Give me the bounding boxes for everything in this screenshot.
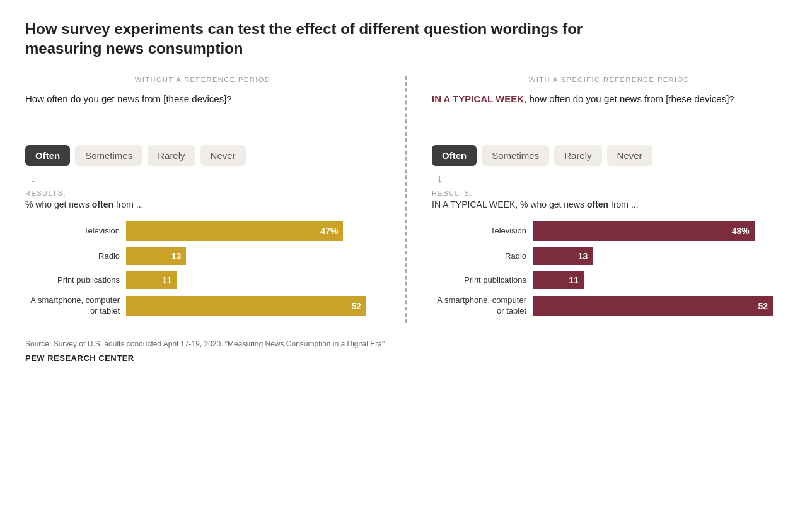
right-bar-label-print: Print publications [432, 275, 533, 286]
right-panel-question: IN A TYPICAL WEEK, how often do you get … [432, 92, 787, 130]
right-panel: WITH A SPECIFIC REFERENCE PERIOD IN A TY… [407, 76, 787, 323]
left-options-row: Often Sometimes Rarely Never [25, 145, 380, 166]
right-bar-row-print: Print publications 11 [432, 271, 787, 289]
right-bar-row-television: Television 48% [432, 221, 787, 241]
left-bar-label-radio: Radio [25, 251, 126, 262]
left-bar-wrap-radio: 13 [126, 247, 380, 265]
right-bar-label-smartphone: A smartphone, computeror tablet [432, 295, 533, 317]
right-bar-wrap-radio: 13 [533, 247, 787, 265]
left-panel: WITHOUT A REFERENCE PERIOD How often do … [25, 76, 405, 323]
right-bar-label-television: Television [432, 226, 533, 237]
right-results-label: RESULTS: [432, 189, 787, 197]
left-bar-label-print: Print publications [25, 275, 126, 286]
right-bar-wrap-television: 48% [533, 221, 787, 241]
left-bar-smartphone: 52 [126, 296, 366, 316]
left-bar-print: 11 [126, 271, 177, 289]
right-bar-chart: Television 48% Radio 13 Print publicatio… [432, 221, 787, 317]
left-results-label: RESULTS: [25, 189, 380, 197]
right-panel-label: WITH A SPECIFIC REFERENCE PERIOD [432, 76, 787, 83]
left-bar-chart: Television 47% Radio 13 Print publicatio… [25, 221, 380, 317]
right-bar-wrap-smartphone: 52 [533, 296, 787, 316]
left-bar-row-television: Television 47% [25, 221, 380, 241]
left-bar-wrap-television: 47% [126, 221, 380, 241]
left-bar-wrap-smartphone: 52 [126, 296, 380, 316]
right-panel-question-highlight: IN A TYPICAL WEEK [432, 93, 524, 104]
right-bar-television: 48% [533, 221, 755, 241]
left-bar-label-television: Television [25, 226, 126, 237]
left-bar-row-radio: Radio 13 [25, 247, 380, 265]
right-bar-radio: 13 [533, 247, 593, 265]
left-option-often[interactable]: Often [25, 145, 70, 166]
left-results-subtitle: % who get news often from ... [25, 199, 380, 209]
right-bar-print: 11 [533, 271, 584, 289]
source-text: Source: Survey of U.S. adults conducted … [25, 338, 787, 350]
left-bar-row-smartphone: A smartphone, computeror tablet 52 [25, 295, 380, 317]
right-options-row: Often Sometimes Rarely Never [432, 145, 787, 166]
pew-label: PEW RESEARCH CENTER [25, 353, 787, 363]
right-bar-row-radio: Radio 13 [432, 247, 787, 265]
right-option-often[interactable]: Often [432, 145, 477, 166]
right-option-sometimes[interactable]: Sometimes [482, 145, 549, 166]
left-bar-radio: 13 [126, 247, 186, 265]
right-option-rarely[interactable]: Rarely [554, 145, 601, 166]
right-bar-row-smartphone: A smartphone, computeror tablet 52 [432, 295, 787, 317]
left-option-sometimes[interactable]: Sometimes [75, 145, 142, 166]
left-arrow-down: ↓ [30, 172, 380, 186]
left-bar-wrap-print: 11 [126, 271, 380, 289]
left-bar-label-smartphone: A smartphone, computeror tablet [25, 295, 126, 317]
right-bar-smartphone: 52 [533, 296, 773, 316]
right-option-never[interactable]: Never [607, 145, 652, 166]
left-panel-label: WITHOUT A REFERENCE PERIOD [25, 76, 380, 83]
left-option-never[interactable]: Never [200, 145, 246, 166]
left-option-rarely[interactable]: Rarely [148, 145, 195, 166]
right-arrow-down: ↓ [437, 172, 787, 186]
left-bar-television: 47% [126, 221, 343, 241]
left-panel-question: How often do you get news from [these de… [25, 92, 380, 130]
right-results-subtitle: IN A TYPICAL WEEK, % who get news often … [432, 199, 787, 209]
main-title: How survey experiments can test the effe… [25, 19, 593, 58]
left-bar-row-print: Print publications 11 [25, 271, 380, 289]
right-bar-label-radio: Radio [432, 251, 533, 262]
right-bar-wrap-print: 11 [533, 271, 787, 289]
